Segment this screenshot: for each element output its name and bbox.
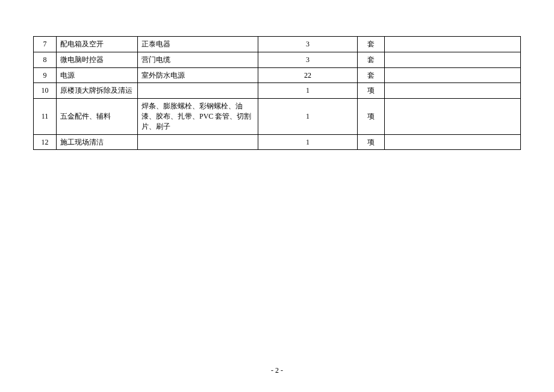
table-row: 7 配电箱及空开 正泰电器 3 套 [34,37,521,52]
cell-blank [385,83,521,99]
cell-qty: 1 [258,83,358,99]
cell-no: 9 [34,67,57,83]
page-number: - 2 - [0,366,554,375]
cell-no: 12 [34,134,57,150]
cell-name: 五金配件、辅料 [57,99,138,134]
cell-blank [385,37,521,52]
table-row: 12 施工现场清洁 1 项 [34,134,521,150]
table-row: 9 电源 室外防水电源 22 套 [34,67,521,83]
cell-unit: 套 [358,37,385,52]
cell-name: 原楼顶大牌拆除及清运 [57,83,138,99]
cell-blank [385,67,521,83]
cell-desc: 室外防水电源 [138,67,258,83]
table-row: 10 原楼顶大牌拆除及清运 1 项 [34,83,521,99]
cell-name: 微电脑时控器 [57,52,138,67]
cell-desc: 焊条、膨胀螺栓、彩钢螺栓、油漆、胶布、扎带、PVC 套管、切割片、刷子 [138,99,258,134]
cell-no: 10 [34,83,57,99]
cell-no: 7 [34,37,57,52]
table-row: 11 五金配件、辅料 焊条、膨胀螺栓、彩钢螺栓、油漆、胶布、扎带、PVC 套管、… [34,99,521,134]
cell-name: 施工现场清洁 [57,134,138,150]
cell-desc: 营门电缆 [138,52,258,67]
cell-qty: 3 [258,52,358,67]
items-table: 7 配电箱及空开 正泰电器 3 套 8 微电脑时控器 营门电缆 3 套 9 电源… [33,36,521,150]
cell-unit: 项 [358,99,385,134]
cell-unit: 套 [358,67,385,83]
cell-qty: 1 [258,134,358,150]
cell-qty: 3 [258,37,358,52]
cell-unit: 套 [358,52,385,67]
cell-blank [385,99,521,134]
cell-no: 11 [34,99,57,134]
cell-blank [385,134,521,150]
cell-qty: 22 [258,67,358,83]
cell-blank [385,52,521,67]
cell-unit: 项 [358,83,385,99]
cell-desc: 正泰电器 [138,37,258,52]
cell-no: 8 [34,52,57,67]
cell-name: 配电箱及空开 [57,37,138,52]
cell-unit: 项 [358,134,385,150]
cell-desc [138,83,258,99]
page-content: 7 配电箱及空开 正泰电器 3 套 8 微电脑时控器 营门电缆 3 套 9 电源… [0,0,554,150]
cell-qty: 1 [258,99,358,134]
table-row: 8 微电脑时控器 营门电缆 3 套 [34,52,521,67]
cell-name: 电源 [57,67,138,83]
cell-desc [138,134,258,150]
